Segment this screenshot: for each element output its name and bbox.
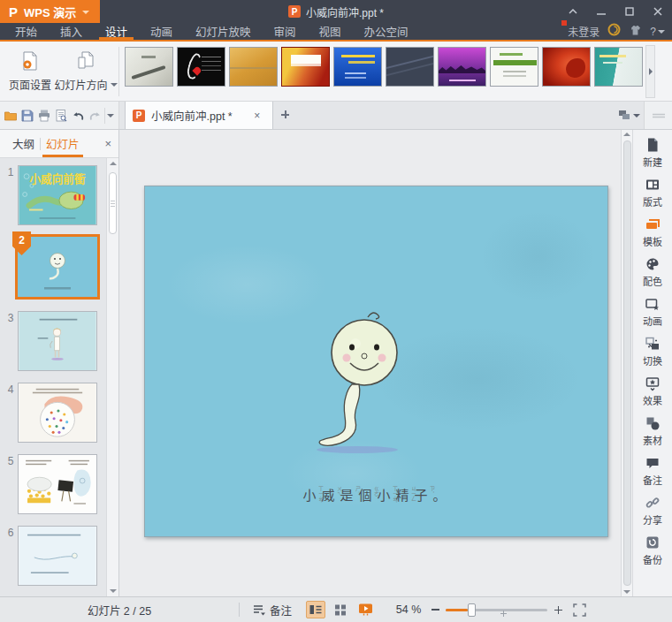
collapse-ribbon-button[interactable] <box>559 0 587 23</box>
chevron-down-icon <box>658 30 665 34</box>
close-tab-icon[interactable]: × <box>251 110 263 122</box>
zoom-slider[interactable] <box>446 609 547 611</box>
tab-review[interactable]: 审阅 <box>263 23 308 40</box>
chevron-down-icon <box>111 83 118 87</box>
slide-panel: 大纲 幻灯片 × 1 小威向前衝 <box>0 130 119 596</box>
zoom-in-button[interactable] <box>551 603 565 617</box>
help-button[interactable]: ? <box>650 26 665 38</box>
maximize-button[interactable] <box>615 0 644 23</box>
slide-thumbnail-list: 1 小威向前衝 <box>0 158 106 596</box>
slide-thumbnail[interactable] <box>18 383 97 443</box>
print-preview-button[interactable] <box>54 106 69 125</box>
zoom-level[interactable]: 54 % <box>389 603 428 616</box>
sidebar-item-layout[interactable]: 版式 <box>633 177 672 209</box>
normal-view-button[interactable] <box>306 601 325 618</box>
slide-thumbnail[interactable] <box>18 526 97 586</box>
template-thumbnail[interactable] <box>438 47 486 87</box>
undo-button[interactable] <box>71 106 86 125</box>
scroll-up-icon[interactable] <box>110 162 117 165</box>
minimize-button[interactable] <box>587 0 615 23</box>
slide-thumbnail[interactable]: 小威向前衝 <box>18 165 97 225</box>
login-button[interactable]: 未登录 <box>568 24 599 39</box>
sidebar-item-transition[interactable]: 切换 <box>633 336 672 368</box>
slideshow-button[interactable] <box>355 601 375 618</box>
scroll-down-icon[interactable] <box>110 589 117 593</box>
close-panel-icon[interactable]: × <box>104 137 111 150</box>
tab-office-space[interactable]: 办公空间 <box>353 23 420 40</box>
document-tab-active[interactable]: P 小威向前冲.ppt * × <box>125 102 273 129</box>
scroll-up-icon[interactable] <box>623 133 630 136</box>
notes-toggle-button[interactable]: 备注 <box>252 602 292 618</box>
tab-outline[interactable]: 大纲 <box>7 130 40 157</box>
slide-canvas[interactable]: 小ㄒㄧㄠˇ威ㄨㄟ是ㄕˋ個ㄍㄜˋ小ㄒㄧㄠˇ精ㄐㄧㄥ子ㄗˇ。 <box>119 130 621 596</box>
scrollbar-thumb[interactable] <box>109 172 117 234</box>
statusbar: 幻灯片 2 / 25 备注 54 % <box>0 596 672 622</box>
slide-sorter-view-button[interactable] <box>331 601 350 618</box>
tab-view[interactable]: 视图 <box>308 23 353 40</box>
template-thumbnail[interactable] <box>281 47 330 87</box>
sidebar-item-effect[interactable]: 效果 <box>633 375 672 407</box>
sidebar-item-backup[interactable]: 备份 <box>633 535 672 566</box>
sidebar-item-new-slide[interactable]: 新建 <box>633 137 672 169</box>
template-thumbnail[interactable] <box>386 47 434 87</box>
main-area: 大纲 幻灯片 × 1 小威向前衝 <box>0 130 672 596</box>
wps-logo-menu[interactable]: P WPS 演示 <box>0 0 100 23</box>
color-scheme-icon <box>645 256 661 272</box>
template-thumbnail[interactable] <box>333 47 382 87</box>
sidebar-item-template[interactable]: 模板 <box>633 216 672 248</box>
sidebar-item-color-scheme[interactable]: 配色 <box>633 256 672 288</box>
page-setup-button[interactable]: 页面设置 <box>4 47 57 95</box>
template-thumbnail[interactable] <box>177 47 225 87</box>
sidebar-item-material[interactable]: 素材 <box>633 415 672 447</box>
notes-icon <box>645 455 661 471</box>
gallery-scroll-button[interactable] <box>645 45 655 98</box>
canvas-scrollbar[interactable] <box>621 130 632 596</box>
scrollbar-thumb[interactable] <box>623 140 631 586</box>
wps-gold-icon[interactable] <box>607 23 621 40</box>
thumbnail-scrollbar[interactable] <box>106 158 118 596</box>
template-thumbnail[interactable] <box>229 47 278 87</box>
zoom-slider-fill <box>446 609 468 611</box>
panel-handle-icon[interactable] <box>644 102 672 129</box>
print-button[interactable] <box>36 106 51 125</box>
open-file-button[interactable] <box>3 106 18 125</box>
sidebar-item-share[interactable]: 分享 <box>633 495 672 527</box>
backup-icon <box>645 535 661 550</box>
new-tab-button[interactable] <box>273 102 300 129</box>
zoom-slider-thumb[interactable] <box>468 603 476 617</box>
share-link-icon <box>645 495 661 511</box>
tab-home[interactable]: 开始 <box>4 23 49 40</box>
fit-to-window-button[interactable] <box>572 603 587 618</box>
tab-slideshow[interactable]: 幻灯片放映 <box>184 23 263 40</box>
notes-lines-icon <box>252 603 266 617</box>
template-thumbnail[interactable] <box>542 47 591 87</box>
new-slide-icon <box>645 137 661 153</box>
tab-slides[interactable]: 幻灯片 <box>41 130 85 157</box>
slide-row-1: 1 小威向前衝 <box>4 165 106 225</box>
current-slide[interactable]: 小ㄒㄧㄠˇ威ㄨㄟ是ㄕˋ個ㄍㄜˋ小ㄒㄧㄠˇ精ㄐㄧㄥ子ㄗˇ。 <box>144 186 608 537</box>
slide-thumbnail[interactable] <box>18 311 97 371</box>
close-button[interactable] <box>644 0 672 23</box>
slide-orientation-button[interactable]: 幻灯片方向 <box>57 47 115 95</box>
scroll-down-icon[interactable] <box>623 590 630 594</box>
divider <box>239 603 240 617</box>
sidebar-item-notes[interactable]: 备注 <box>633 455 672 487</box>
tab-animation[interactable]: 动画 <box>139 23 184 40</box>
template-thumbnail[interactable] <box>594 47 643 87</box>
wps-presentation-window: P WPS 演示 P 小威向前冲.ppt * 开始 插入 设计 <box>0 0 672 622</box>
tab-design[interactable]: 设计 <box>94 23 139 40</box>
switch-window-button[interactable] <box>614 102 644 129</box>
tab-insert[interactable]: 插入 <box>49 23 94 40</box>
toolbar-dropdown-button[interactable] <box>104 108 116 124</box>
layout-icon <box>645 177 661 193</box>
slide-caption-text[interactable]: 小ㄒㄧㄠˇ威ㄨㄟ是ㄕˋ個ㄍㄜˋ小ㄒㄧㄠˇ精ㄐㄧㄥ子ㄗˇ。 <box>145 485 607 504</box>
zoom-out-button[interactable] <box>428 603 442 617</box>
redo-button[interactable] <box>88 106 103 125</box>
template-thumbnail[interactable] <box>125 47 173 87</box>
slide-thumbnail[interactable]: 2 <box>15 234 100 300</box>
template-thumbnail[interactable] <box>490 47 538 87</box>
sidebar-item-animation[interactable]: 动画 <box>633 296 672 328</box>
save-button[interactable] <box>19 106 34 125</box>
slide-thumbnail[interactable] <box>18 454 97 514</box>
skin-icon[interactable] <box>629 24 642 40</box>
